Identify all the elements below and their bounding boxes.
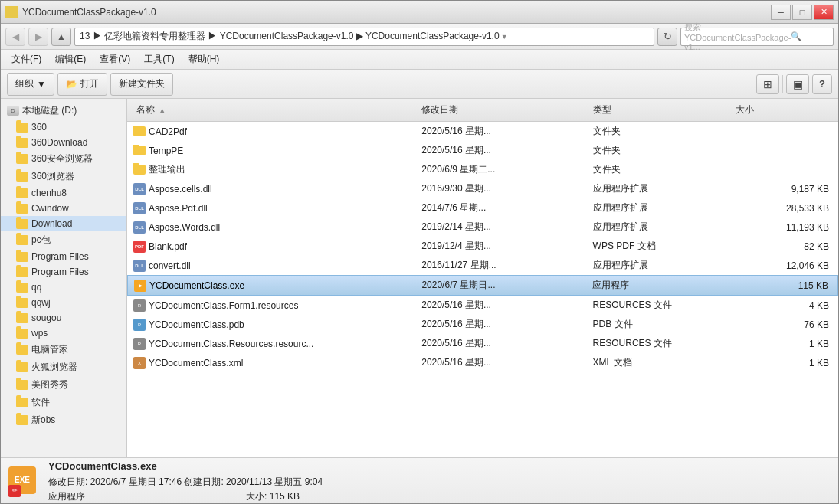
folder-icon bbox=[16, 398, 28, 407]
file-date-cell: 2020/5/16 星期... bbox=[418, 123, 589, 139]
table-row[interactable]: PDFBlank.pdf2019/12/4 星期...WPS PDF 文档82 … bbox=[127, 237, 838, 256]
help-button[interactable]: ? bbox=[812, 74, 832, 94]
file-date-cell: 2019/2/14 星期... bbox=[418, 219, 589, 235]
sidebar-item-qqwj[interactable]: qqwj bbox=[1, 295, 126, 310]
sidebar-item-360浏览器[interactable]: 360浏览器 bbox=[1, 168, 126, 185]
file-size-cell: 115 KB bbox=[732, 279, 831, 293]
sidebar-item-label: Program Files bbox=[31, 251, 89, 262]
pdb-icon: P bbox=[133, 319, 146, 331]
sidebar-item-新obs[interactable]: 新obs bbox=[1, 411, 126, 429]
file-name-cell: DLLAspose.Words.dll bbox=[133, 221, 418, 234]
sidebar-item-火狐浏览器[interactable]: 火狐浏览器 bbox=[1, 358, 126, 376]
sidebar-item-Cwindow[interactable]: Cwindow bbox=[1, 201, 126, 216]
sidebar-item-label: 软件 bbox=[31, 396, 50, 409]
file-name-label: convert.dll bbox=[149, 260, 191, 271]
table-row[interactable]: ▶YCDocumentClass.exe2020/6/7 星期日...应用程序1… bbox=[127, 275, 838, 296]
breadcrumb-text: 13 ▶ 亿彩地籍资料专用整理器 ▶ YCDocumentClassPackag… bbox=[80, 30, 500, 43]
file-size-cell: 1 KB bbox=[732, 337, 832, 351]
sidebar-item-美图秀秀[interactable]: 美图秀秀 bbox=[1, 376, 126, 394]
up-button[interactable]: ▲ bbox=[51, 28, 71, 46]
file-name-cell: ▶YCDocumentClass.exe bbox=[134, 280, 418, 292]
menu-tools[interactable]: 工具(T) bbox=[138, 51, 180, 67]
folder-icon bbox=[16, 345, 28, 355]
file-list-header: 名称 ▲ 修改日期 类型 大小 bbox=[127, 99, 838, 122]
close-button[interactable]: ✕ bbox=[814, 5, 834, 20]
file-name-label: CAD2Pdf bbox=[149, 126, 187, 137]
sidebar-item-360[interactable]: 360 bbox=[1, 119, 126, 135]
table-row[interactable]: XYCDocumentClass.xml2020/5/16 星期...XML 文… bbox=[127, 353, 838, 372]
col-header-date[interactable]: 修改日期 bbox=[418, 102, 589, 118]
table-row[interactable]: DLLAspose.cells.dll2016/9/30 星期...应用程序扩展… bbox=[127, 179, 838, 198]
organize-arrow: ▼ bbox=[37, 79, 46, 90]
table-row[interactable]: PYCDocumentClass.pdb2020/5/16 星期...PDB 文… bbox=[127, 315, 838, 334]
col-header-type[interactable]: 类型 bbox=[590, 102, 732, 118]
forward-button[interactable]: ▶ bbox=[28, 28, 48, 46]
minimize-button[interactable]: ─ bbox=[771, 5, 791, 20]
menu-view[interactable]: 查看(V) bbox=[93, 51, 136, 67]
sidebar-item-360安全浏览器[interactable]: 360安全浏览器 bbox=[1, 150, 126, 168]
toolbar: 组织 ▼ 📂 打开 新建文件夹 ⊞ ▣ ? bbox=[1, 70, 838, 99]
status-type-size: 应用程序 大小: 115 KB bbox=[48, 489, 831, 504]
sidebar-item-Program Files[interactable]: Program Files bbox=[1, 264, 126, 280]
file-name-label: TempPE bbox=[149, 146, 183, 156]
sidebar-drive-root[interactable]: D 本地磁盘 (D:) bbox=[1, 102, 126, 119]
col-header-name[interactable]: 名称 ▲ bbox=[133, 102, 418, 118]
file-date-cell: 2020/5/16 星期... bbox=[418, 335, 589, 352]
table-row[interactable]: DLLAspose.Pdf.dll2014/7/6 星期...应用程序扩展28,… bbox=[127, 198, 838, 218]
table-row[interactable]: CAD2Pdf2020/5/16 星期...文件夹 bbox=[127, 122, 838, 141]
col-header-size[interactable]: 大小 bbox=[732, 102, 832, 118]
sidebar-item-pc包[interactable]: pc包 bbox=[1, 231, 126, 249]
sidebar-item-qq[interactable]: qq bbox=[1, 280, 126, 295]
back-button[interactable]: ◀ bbox=[5, 28, 25, 46]
file-name-label: Blank.pdf bbox=[149, 241, 187, 252]
file-name-cell: RYCDocumentClass.Resources.resourc... bbox=[133, 338, 418, 350]
sidebar-item-360Download[interactable]: 360Download bbox=[1, 135, 126, 150]
folder-icon bbox=[133, 145, 146, 157]
layout-button[interactable]: ▣ bbox=[786, 74, 809, 94]
file-name-cell: XYCDocumentClass.xml bbox=[133, 357, 418, 369]
table-row[interactable]: TempPE2020/5/16 星期...文件夹 bbox=[127, 141, 838, 160]
file-name-cell: TempPE bbox=[133, 145, 418, 157]
file-name-label: YCDocumentClass.Resources.resourc... bbox=[149, 339, 313, 349]
sidebar-item-chenhu8[interactable]: chenhu8 bbox=[1, 185, 126, 201]
sidebar-items-container: 360360Download360安全浏览器360浏览器chenhu8Cwind… bbox=[1, 119, 126, 429]
organize-button[interactable]: 组织 ▼ bbox=[7, 73, 54, 96]
status-details: 修改日期: 2020/6/7 星期日 17:46 创建日期: 2020/11/1… bbox=[48, 475, 831, 489]
new-folder-button[interactable]: 新建文件夹 bbox=[110, 73, 173, 96]
file-name-cell: PYCDocumentClass.pdb bbox=[133, 319, 418, 331]
sidebar: D 本地磁盘 (D:) 360360Download360安全浏览器360浏览器… bbox=[1, 99, 127, 457]
file-name-cell: DLLconvert.dll bbox=[133, 260, 418, 272]
table-row[interactable]: DLLconvert.dll2016/11/27 星期...应用程序扩展12,0… bbox=[127, 256, 838, 275]
xml-icon: X bbox=[133, 357, 146, 369]
sidebar-item-label: Program Files bbox=[31, 267, 89, 277]
table-row[interactable]: RYCDocumentClass.Resources.resourc...202… bbox=[127, 334, 838, 353]
view-button[interactable]: ⊞ bbox=[756, 74, 779, 94]
search-bar[interactable]: 搜索 YCDocumentClassPackage-v1... 🔍 bbox=[680, 28, 834, 46]
sidebar-item-wps[interactable]: wps bbox=[1, 326, 126, 341]
table-row[interactable]: DLLAspose.Words.dll2019/2/14 星期...应用程序扩展… bbox=[127, 218, 838, 237]
sidebar-item-Download[interactable]: Download bbox=[1, 216, 126, 231]
sidebar-item-Program Files[interactable]: Program Files bbox=[1, 249, 126, 264]
open-button[interactable]: 📂 打开 bbox=[57, 73, 107, 96]
table-row[interactable]: RYCDocumentClass.Form1.resources2020/5/1… bbox=[127, 296, 838, 315]
window-controls: ─ □ ✕ bbox=[771, 5, 834, 20]
menu-help[interactable]: 帮助(H) bbox=[182, 51, 226, 67]
folder-icon bbox=[16, 362, 28, 372]
file-name-cell: RYCDocumentClass.Form1.resources bbox=[133, 299, 418, 312]
menu-edit[interactable]: 编辑(E) bbox=[49, 51, 92, 67]
refresh-button[interactable]: ↻ bbox=[657, 28, 677, 46]
sidebar-item-电脑管家[interactable]: 电脑管家 bbox=[1, 341, 126, 358]
status-info: YCDocumentClass.exe 修改日期: 2020/6/7 星期日 1… bbox=[48, 459, 831, 504]
sidebar-item-sougou[interactable]: sougou bbox=[1, 310, 126, 326]
address-bar: ◀ ▶ ▲ 13 ▶ 亿彩地籍资料专用整理器 ▶ YCDocumentClass… bbox=[1, 24, 838, 50]
breadcrumb[interactable]: 13 ▶ 亿彩地籍资料专用整理器 ▶ YCDocumentClassPackag… bbox=[74, 28, 654, 46]
file-name-cell: DLLAspose.cells.dll bbox=[133, 183, 418, 195]
drive-icon: D bbox=[7, 106, 19, 116]
menu-file[interactable]: 文件(F) bbox=[5, 51, 48, 67]
pdf-icon: PDF bbox=[133, 241, 146, 253]
table-row[interactable]: 整理输出2020/6/9 星期二...文件夹 bbox=[127, 160, 838, 179]
dll-icon: DLL bbox=[133, 183, 146, 195]
sidebar-item-软件[interactable]: 软件 bbox=[1, 394, 126, 411]
file-date-cell: 2020/5/16 星期... bbox=[418, 142, 589, 159]
maximize-button[interactable]: □ bbox=[792, 5, 812, 20]
